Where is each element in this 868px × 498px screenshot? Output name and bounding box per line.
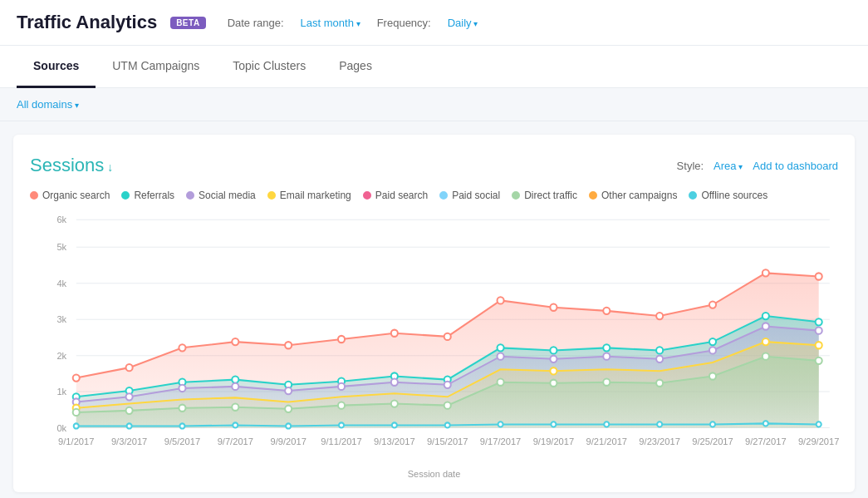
svg-point-92 bbox=[817, 422, 821, 427]
svg-point-38 bbox=[550, 347, 557, 353]
svg-point-28 bbox=[816, 273, 822, 279]
svg-point-85 bbox=[445, 422, 450, 427]
tab-bar: Sources UTM Campaigns Topic Clusters Pag… bbox=[0, 46, 868, 88]
date-range-label: Date range: bbox=[228, 17, 284, 29]
legend-email[interactable]: Email marketing bbox=[267, 190, 351, 201]
svg-point-23 bbox=[550, 304, 557, 311]
legend-paid-search[interactable]: Paid search bbox=[363, 190, 428, 201]
filter-bar: All domains bbox=[0, 88, 868, 121]
add-dashboard-button[interactable]: Add to dashboard bbox=[753, 160, 838, 172]
svg-text:3k: 3k bbox=[56, 314, 66, 324]
legend-social[interactable]: Social media bbox=[186, 190, 256, 201]
date-range-value[interactable]: Last month bbox=[301, 17, 360, 29]
svg-point-84 bbox=[392, 422, 397, 427]
svg-point-72 bbox=[550, 380, 557, 387]
svg-point-91 bbox=[763, 421, 768, 426]
svg-text:1k: 1k bbox=[56, 387, 66, 397]
legend-paid-social[interactable]: Paid social bbox=[439, 190, 500, 201]
svg-point-45 bbox=[126, 393, 133, 400]
legend-organic[interactable]: Organic search bbox=[30, 190, 110, 201]
chart-container: Sessions Style: Area Add to dashboard Or… bbox=[13, 135, 855, 492]
svg-point-79 bbox=[127, 423, 132, 428]
svg-point-41 bbox=[709, 338, 716, 345]
svg-point-89 bbox=[657, 422, 662, 427]
svg-point-40 bbox=[656, 347, 663, 353]
svg-point-51 bbox=[444, 382, 451, 388]
header: Traffic Analytics BETA Date range: Last … bbox=[0, 0, 868, 46]
svg-point-81 bbox=[233, 422, 238, 427]
svg-point-73 bbox=[603, 379, 610, 386]
svg-text:9/15/2017: 9/15/2017 bbox=[427, 436, 468, 446]
svg-text:0k: 0k bbox=[56, 423, 66, 433]
svg-point-22 bbox=[498, 297, 504, 303]
svg-point-54 bbox=[603, 353, 610, 360]
svg-point-77 bbox=[816, 357, 822, 364]
svg-point-62 bbox=[816, 342, 822, 348]
tab-sources[interactable]: Sources bbox=[17, 46, 96, 88]
svg-text:4k: 4k bbox=[56, 279, 66, 288]
svg-point-76 bbox=[763, 353, 769, 360]
svg-text:9/25/2017: 9/25/2017 bbox=[692, 436, 733, 446]
svg-point-32 bbox=[232, 376, 238, 382]
beta-badge: BETA bbox=[170, 17, 205, 29]
svg-point-47 bbox=[232, 383, 238, 390]
svg-point-56 bbox=[709, 347, 716, 353]
svg-point-71 bbox=[498, 379, 504, 386]
svg-point-53 bbox=[550, 356, 557, 362]
svg-text:2k: 2k bbox=[56, 351, 66, 361]
svg-point-70 bbox=[444, 402, 451, 409]
frequency-value[interactable]: Daily bbox=[448, 17, 478, 29]
svg-point-68 bbox=[338, 402, 345, 409]
tab-utm[interactable]: UTM Campaigns bbox=[96, 46, 216, 88]
svg-point-25 bbox=[656, 313, 663, 319]
svg-point-66 bbox=[232, 404, 238, 411]
style-value[interactable]: Area bbox=[714, 160, 743, 172]
svg-point-88 bbox=[604, 422, 609, 427]
svg-point-65 bbox=[179, 405, 185, 412]
svg-text:9/21/2017: 9/21/2017 bbox=[586, 436, 628, 446]
svg-point-63 bbox=[73, 409, 80, 416]
svg-text:9/5/2017: 9/5/2017 bbox=[164, 436, 200, 446]
svg-point-17 bbox=[232, 338, 238, 345]
legend-direct[interactable]: Direct traffic bbox=[512, 190, 577, 201]
svg-point-78 bbox=[74, 423, 79, 428]
svg-point-43 bbox=[816, 318, 822, 325]
svg-point-39 bbox=[603, 344, 610, 351]
tab-pages[interactable]: Pages bbox=[322, 46, 389, 88]
svg-text:9/17/2017: 9/17/2017 bbox=[480, 436, 522, 446]
svg-point-20 bbox=[391, 330, 398, 337]
svg-point-86 bbox=[498, 422, 503, 427]
svg-point-37 bbox=[498, 344, 504, 351]
svg-point-75 bbox=[709, 372, 716, 379]
svg-text:9/23/2017: 9/23/2017 bbox=[639, 436, 680, 446]
svg-point-46 bbox=[179, 385, 185, 392]
svg-point-15 bbox=[126, 364, 133, 371]
legend-other[interactable]: Other campaigns bbox=[589, 190, 677, 201]
style-label: Style: bbox=[677, 160, 704, 172]
svg-point-64 bbox=[126, 407, 133, 414]
svg-point-50 bbox=[391, 379, 398, 386]
legend-offline[interactable]: Offline sources bbox=[689, 190, 767, 201]
legend-referrals[interactable]: Referrals bbox=[121, 190, 174, 201]
domain-filter[interactable]: All domains bbox=[17, 98, 79, 111]
svg-point-57 bbox=[763, 323, 769, 329]
frequency-label: Frequency: bbox=[377, 17, 431, 29]
svg-point-87 bbox=[551, 422, 556, 427]
svg-point-27 bbox=[763, 269, 769, 276]
svg-point-83 bbox=[339, 422, 344, 427]
svg-text:9/3/2017: 9/3/2017 bbox=[111, 436, 147, 446]
svg-point-90 bbox=[710, 422, 715, 427]
svg-point-16 bbox=[179, 344, 185, 351]
sessions-title[interactable]: Sessions bbox=[30, 155, 113, 176]
chart-area: 0k 1k 2k 3k 4k 5k 6k bbox=[30, 214, 838, 464]
svg-text:9/1/2017: 9/1/2017 bbox=[58, 436, 94, 446]
svg-point-14 bbox=[73, 374, 80, 381]
svg-point-80 bbox=[179, 423, 184, 428]
svg-point-48 bbox=[285, 387, 292, 394]
svg-point-61 bbox=[763, 338, 769, 345]
tab-topic-clusters[interactable]: Topic Clusters bbox=[216, 46, 322, 88]
chart-svg: 0k 1k 2k 3k 4k 5k 6k bbox=[30, 214, 838, 464]
svg-text:9/19/2017: 9/19/2017 bbox=[533, 436, 575, 446]
svg-text:5k: 5k bbox=[56, 242, 66, 252]
svg-text:9/27/2017: 9/27/2017 bbox=[745, 436, 787, 446]
